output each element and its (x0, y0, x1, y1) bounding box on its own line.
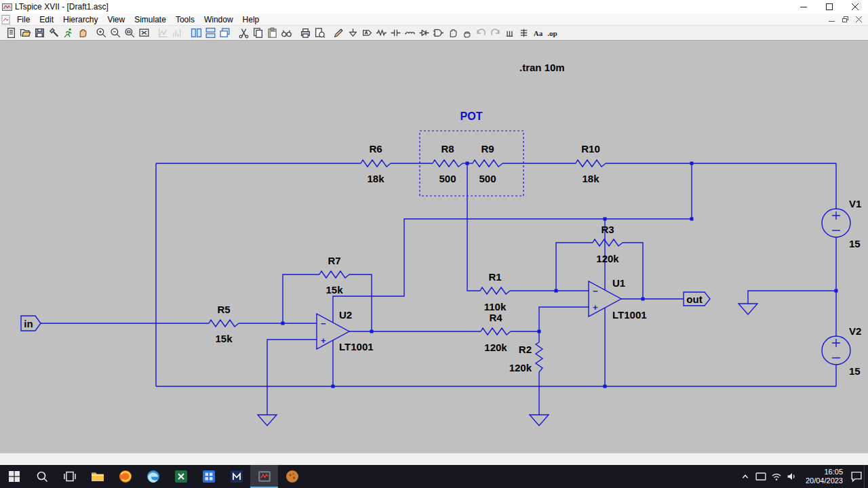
cut-icon (238, 27, 250, 39)
paste-button[interactable] (265, 26, 279, 40)
resistor-R2[interactable]: R2 120k (509, 342, 542, 373)
cascade-button[interactable] (218, 26, 232, 40)
menu-hierarchy[interactable]: Hierarchy (58, 14, 102, 25)
taskbar-task-view-button[interactable] (56, 465, 83, 488)
close-button[interactable] (842, 0, 868, 14)
mdi-close-button[interactable] (852, 14, 865, 25)
port-in[interactable]: in (21, 316, 41, 331)
svg-text:R8: R8 (441, 143, 454, 155)
resistor-R9[interactable]: R9 500 (473, 143, 502, 184)
print-button[interactable] (298, 26, 313, 40)
rotate-button[interactable] (502, 26, 517, 40)
run-button[interactable] (61, 26, 75, 40)
resistor-R6[interactable]: R6 18k (361, 143, 391, 184)
taskbar-app-blue-button[interactable] (195, 465, 222, 488)
tray-network-button[interactable] (769, 465, 785, 488)
open-button[interactable] (18, 26, 33, 40)
resistor-button[interactable] (374, 26, 389, 40)
taskbar-search-button[interactable] (28, 465, 56, 488)
noninverting-input-mark: + (593, 302, 598, 312)
label-net-button[interactable] (360, 26, 374, 40)
text-button[interactable]: Aa (531, 26, 545, 40)
control-panel-button[interactable] (47, 26, 61, 40)
svg-text:15k: 15k (326, 284, 343, 296)
taskbar-clock[interactable]: 16:05 20/04/2023 (800, 468, 848, 485)
mirror-button[interactable] (517, 26, 531, 40)
maximize-button[interactable] (816, 0, 842, 14)
tile-vertical-button[interactable] (189, 26, 203, 40)
plot-settings-button[interactable] (170, 26, 184, 40)
zoom-in-button[interactable] (94, 26, 108, 40)
component-button[interactable] (431, 26, 446, 40)
taskbar-app-m-button[interactable] (222, 465, 250, 488)
print-preview-button[interactable] (313, 26, 327, 40)
redo-button[interactable] (488, 26, 502, 40)
schematic-canvas[interactable]: POT R6 18k R8 500 R9 500 R10 18k R3 120k… (0, 41, 868, 453)
pot-group[interactable]: POT (420, 110, 524, 196)
taskbar-firefox-button[interactable] (111, 465, 139, 488)
wire-button[interactable] (332, 26, 346, 40)
wires[interactable] (41, 163, 836, 415)
show-desktop-button[interactable] (864, 465, 868, 488)
ground-icon (738, 304, 757, 314)
ground-button[interactable] (346, 26, 360, 40)
menu-simulate[interactable]: Simulate (130, 14, 171, 25)
tray-tablet-button[interactable] (753, 465, 769, 488)
menu-bar-items: FileEditHierarchyViewSimulateToolsWindow… (12, 14, 264, 25)
svg-text:18k: 18k (582, 173, 599, 184)
zoom-area-button[interactable] (123, 26, 137, 40)
taskbar-file-explorer-button[interactable] (83, 465, 111, 488)
move-button[interactable] (446, 26, 460, 40)
minimize-button[interactable] (791, 0, 816, 14)
opamp-U2[interactable]: − + U2 LT1001 (317, 309, 374, 352)
action-center-button[interactable] (848, 465, 864, 488)
taskbar-excel-button[interactable] (167, 465, 195, 488)
tray-chevron-button[interactable] (738, 465, 753, 488)
undo-button[interactable] (474, 26, 488, 40)
menu-window[interactable]: Window (199, 14, 238, 25)
halt-button[interactable] (75, 26, 90, 40)
copy-button[interactable] (251, 26, 265, 40)
zoom-fit-button[interactable] (137, 26, 151, 40)
spice-directive-text[interactable]: .tran 10m (519, 62, 565, 73)
tile-horizontal-button[interactable] (203, 26, 218, 40)
resistor-R1[interactable]: R1 110k (480, 271, 510, 312)
resistor-R8[interactable]: R8 500 (433, 143, 462, 184)
new-schematic-button[interactable] (4, 26, 18, 40)
inductor-button[interactable] (403, 26, 417, 40)
drag-button[interactable] (460, 26, 474, 40)
schematic-document-icon[interactable] (0, 15, 12, 24)
svg-text:in: in (24, 318, 33, 329)
diode-button[interactable] (417, 26, 431, 40)
resistor-R10[interactable]: R10 18k (576, 143, 606, 184)
menu-help[interactable]: Help (238, 14, 264, 25)
resistor-R5[interactable]: R5 15k (209, 304, 239, 344)
menu-edit[interactable]: Edit (35, 14, 58, 25)
menu-file[interactable]: File (12, 14, 35, 25)
tray-volume-button[interactable] (785, 465, 800, 488)
port-out[interactable]: out (684, 292, 710, 306)
taskbar-start-button[interactable] (0, 465, 28, 488)
voltage-source-V1[interactable]: V1 15 (822, 198, 861, 249)
svg-text:18k: 18k (367, 173, 384, 184)
mdi-restore-button[interactable] (838, 14, 852, 25)
menu-view[interactable]: View (102, 14, 130, 25)
resistor-R3[interactable]: R3 120k (593, 224, 623, 264)
menu-tools[interactable]: Tools (171, 14, 199, 25)
autorange-button[interactable] (156, 26, 170, 40)
voltage-source-V2[interactable]: V2 15 (822, 325, 861, 377)
mdi-minimize-button[interactable] (825, 14, 838, 25)
taskbar-app-orange-button[interactable] (278, 465, 306, 488)
find-button[interactable] (279, 26, 294, 40)
svg-text:500: 500 (479, 173, 496, 184)
taskbar-ltspice-button[interactable] (250, 465, 278, 488)
cut-button[interactable] (237, 26, 251, 40)
paste-icon (267, 27, 278, 39)
capacitor-button[interactable] (389, 26, 403, 40)
resistor-R7[interactable]: R7 15k (319, 255, 349, 296)
taskbar-edge-button[interactable] (139, 465, 167, 488)
save-button[interactable] (33, 26, 47, 40)
zoom-out-button[interactable] (108, 26, 123, 40)
resistor-R4[interactable]: R4 120k (481, 312, 511, 353)
spice-directive-button[interactable]: .op (545, 26, 559, 40)
